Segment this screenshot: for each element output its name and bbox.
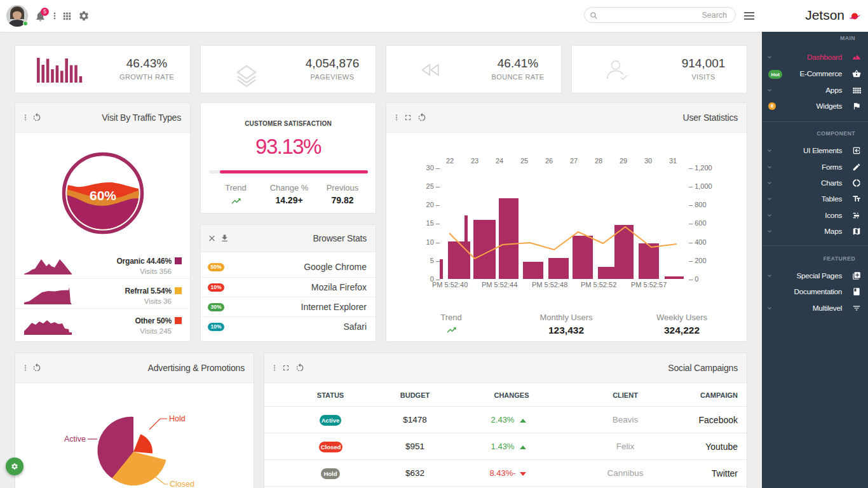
svg-text:60%: 60% <box>90 188 116 203</box>
svg-text:Closed: Closed <box>170 480 194 488</box>
svg-text:Hold: Hold <box>169 414 186 423</box>
svg-text:Active: Active <box>64 435 86 444</box>
